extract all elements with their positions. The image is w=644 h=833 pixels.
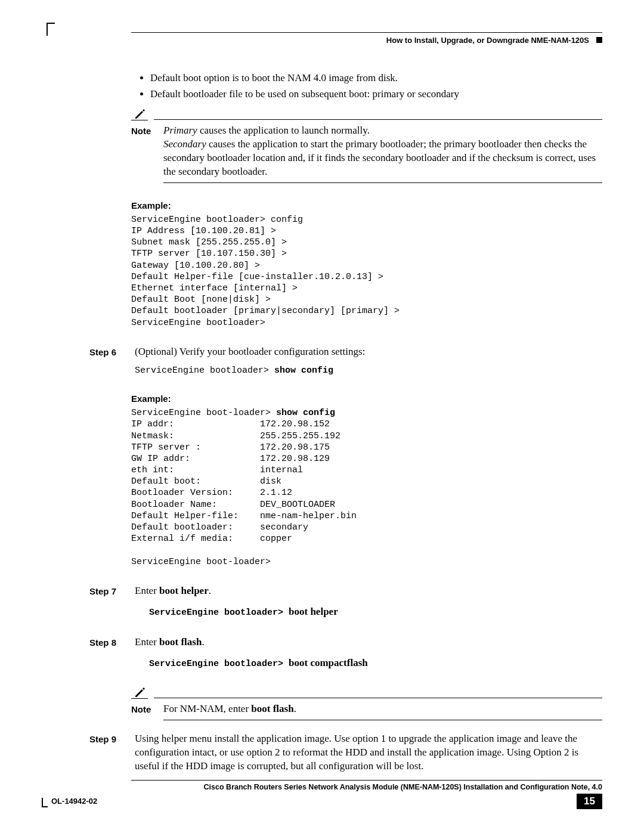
- note-block-primary-secondary: Note Primary causes the application to l…: [131, 107, 602, 183]
- page-number: 15: [577, 794, 602, 809]
- note-label: Note: [131, 702, 155, 716]
- step7-code: ServiceEngine bootloader> boot helper: [149, 605, 602, 619]
- note-bottom-rule: [163, 720, 602, 720]
- example1-code: ServiceEngine bootloader> config IP Addr…: [131, 214, 602, 329]
- example-label: Example:: [131, 200, 602, 212]
- footer-doc-number: OL-14942-02: [42, 797, 97, 807]
- step9-body: Using helper menu install the applicatio…: [135, 732, 602, 773]
- bullet-item: Default boot option is to boot the NAM 4…: [150, 72, 602, 85]
- step7-label: Step 7: [89, 584, 124, 619]
- note-text: Primary causes the application to launch…: [163, 124, 602, 179]
- crop-mark-top-left: [47, 23, 55, 36]
- footer-title: Cisco Branch Routers Series Network Anal…: [42, 783, 602, 791]
- header-square-marker: [596, 37, 602, 43]
- example2-code: ServiceEngine boot-loader> show config I…: [131, 407, 602, 568]
- bullet-item: Default bootloader file to be used on su…: [150, 88, 602, 101]
- step6-body: (Optional) Verify your bootloader config…: [135, 345, 602, 376]
- step9-label: Step 9: [89, 732, 124, 773]
- note-bottom-rule: [163, 182, 602, 183]
- note-block-boot-flash: Note For NM-NAM, enter boot flash.: [131, 686, 602, 720]
- header-title: How to Install, Upgrade, or Downgrade NM…: [386, 36, 589, 45]
- note-text: For NM-NAM, enter boot flash.: [163, 702, 602, 716]
- note-top-rule: [154, 698, 602, 698]
- step6-label: Step 6: [89, 345, 124, 376]
- crop-mark-bottom-left: [42, 798, 48, 807]
- footer-rule: [131, 780, 602, 781]
- header-rule: [131, 32, 602, 33]
- step7-body: Enter boot helper. ServiceEngine bootloa…: [135, 584, 602, 619]
- step8-body: Enter boot flash. ServiceEngine bootload…: [135, 636, 602, 670]
- example-label: Example:: [131, 393, 602, 405]
- pencil-icon: [131, 107, 148, 120]
- bullet-list: Default boot option is to boot the NAM 4…: [131, 72, 602, 101]
- step8-label: Step 8: [89, 636, 124, 670]
- step8-code: ServiceEngine bootloader> boot compactfl…: [149, 657, 602, 670]
- note-top-rule: [154, 119, 602, 120]
- pencil-icon: [131, 686, 148, 699]
- note-label: Note: [131, 124, 155, 179]
